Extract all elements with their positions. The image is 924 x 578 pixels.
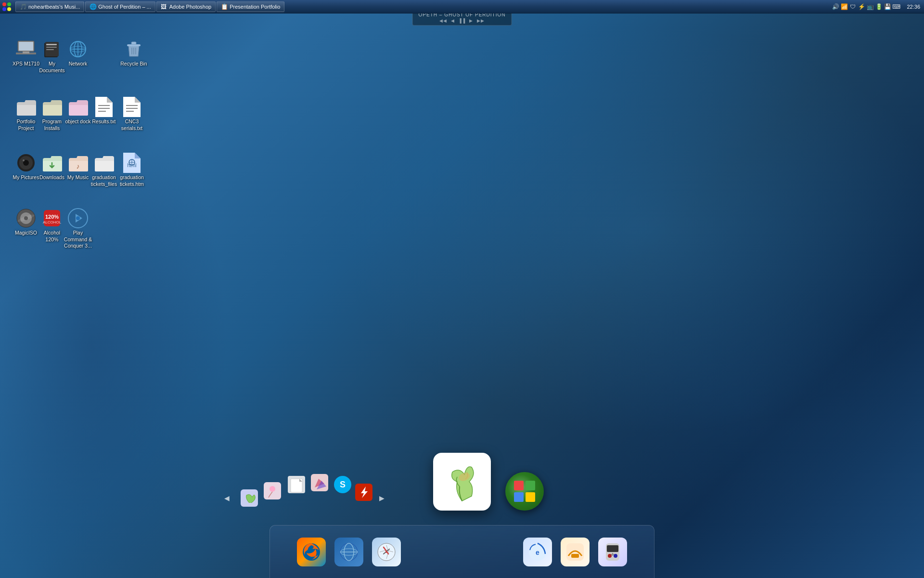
svg-rect-11 bbox=[46, 47, 57, 48]
network-icon bbox=[68, 39, 88, 59]
svg-point-88 bbox=[608, 554, 612, 558]
svg-rect-5 bbox=[19, 42, 33, 51]
svg-marker-27 bbox=[107, 97, 113, 103]
dock-floating-flash[interactable] bbox=[355, 484, 372, 501]
graduation-files-icon bbox=[94, 153, 114, 173]
svg-point-1 bbox=[7, 2, 11, 6]
prev-prev-button[interactable]: ◀◀ bbox=[439, 18, 447, 23]
taskbar-item-ghost-perdition[interactable]: 🌐Ghost of Perdition – ... bbox=[85, 1, 155, 12]
xps-m1710-icon bbox=[16, 39, 36, 59]
dock-app-ie[interactable]: e bbox=[521, 535, 554, 569]
portfolio-icon bbox=[16, 97, 36, 117]
dock-app-safari[interactable] bbox=[370, 535, 403, 569]
dock-app-gameboy[interactable] bbox=[596, 535, 629, 569]
my-pictures-icon bbox=[16, 153, 36, 173]
svg-rect-73 bbox=[526, 492, 535, 502]
program-installs-icon bbox=[42, 97, 62, 117]
svg-rect-18 bbox=[127, 44, 141, 46]
downloads-icon bbox=[42, 153, 62, 173]
taskbar-item-label-noheartbeats: noheartbeats's Musi... bbox=[28, 4, 80, 10]
desktop-icon-network[interactable]: Network bbox=[61, 37, 95, 69]
results-txt-label: Results.txt bbox=[92, 118, 116, 125]
svg-text:ALCOHOL: ALCOHOL bbox=[43, 220, 62, 224]
tray-icon-5[interactable]: 📺 bbox=[866, 3, 874, 11]
svg-point-2 bbox=[2, 7, 6, 11]
windows-start-large[interactable] bbox=[505, 472, 544, 511]
svg-point-89 bbox=[614, 554, 617, 558]
recycle-bin-icon bbox=[124, 39, 144, 59]
svg-point-58 bbox=[76, 216, 80, 220]
svg-rect-23 bbox=[17, 105, 36, 116]
dock-floating-3[interactable] bbox=[288, 476, 305, 493]
graduation-htm-label: graduation tickets.htm bbox=[116, 174, 147, 187]
svg-rect-10 bbox=[46, 44, 57, 45]
svg-point-0 bbox=[2, 2, 6, 6]
dock-scroll-left[interactable]: ◀ bbox=[224, 494, 230, 502]
taskbar-item-noheartbeats[interactable]: 🎵noheartbeats's Musi... bbox=[15, 1, 84, 12]
desktop-icon-play-cnc3[interactable]: Play Command & Conquer 3... bbox=[61, 206, 95, 251]
pause-button[interactable]: ▐▐ bbox=[459, 18, 466, 23]
dock-app-wengo[interactable] bbox=[558, 535, 592, 569]
my-documents-icon bbox=[42, 39, 62, 59]
tray-icon-4[interactable]: ⚡ bbox=[858, 3, 865, 11]
cnc3-serials-icon bbox=[122, 97, 142, 117]
svg-point-81 bbox=[385, 551, 387, 553]
dock-floating-2[interactable] bbox=[264, 482, 281, 499]
taskbar-item-icon-noheartbeats: 🎵 bbox=[20, 3, 26, 10]
tray-icon-2[interactable]: 📶 bbox=[840, 3, 848, 11]
recycle-bin-label: Recycle Bin bbox=[120, 61, 147, 67]
center-large-icon[interactable] bbox=[433, 453, 491, 511]
taskbar-item-photoshop[interactable]: 🖼Adobe Photoshop bbox=[156, 1, 216, 12]
svg-point-61 bbox=[270, 486, 275, 492]
dock-floating-4[interactable] bbox=[311, 474, 328, 491]
taskbar-item-icon-ghost-perdition: 🌐 bbox=[90, 3, 96, 10]
desktop-icon-graduation-htm[interactable]: html graduation tickets.htm bbox=[115, 151, 149, 189]
magiciso-label: MagicISO bbox=[15, 230, 37, 236]
desktop-icon-cnc3-serials[interactable]: CNC3 serials.txt bbox=[115, 95, 149, 133]
tray-icon-3[interactable]: 🛡 bbox=[849, 3, 857, 11]
dock-app-firefox[interactable] bbox=[295, 535, 328, 569]
taskbar-item-presentation[interactable]: 📋Presentation Portfolio bbox=[217, 1, 284, 12]
prev-button[interactable]: ◀ bbox=[451, 18, 455, 23]
desktop-icon-recycle-bin[interactable]: Recycle Bin bbox=[116, 37, 151, 69]
svg-text:S: S bbox=[340, 480, 346, 489]
magiciso-icon bbox=[16, 208, 36, 228]
tray-icon-7[interactable]: 💾 bbox=[884, 3, 891, 11]
svg-rect-7 bbox=[23, 52, 29, 53]
svg-rect-70 bbox=[514, 481, 524, 490]
dock-app-globe[interactable] bbox=[332, 535, 366, 569]
play-button[interactable]: ▶ bbox=[469, 18, 473, 23]
network-label: Network bbox=[69, 61, 88, 67]
svg-rect-87 bbox=[607, 545, 618, 552]
my-music-label: My Music bbox=[67, 174, 89, 181]
svg-text:e: e bbox=[536, 549, 539, 556]
next-button[interactable]: ▶▶ bbox=[477, 18, 485, 23]
taskbar-item-label-presentation: Presentation Portfolio bbox=[230, 4, 280, 10]
start-button[interactable] bbox=[0, 0, 13, 13]
svg-text:120%: 120% bbox=[45, 214, 59, 220]
tray-icon-8[interactable]: ⌨ bbox=[892, 3, 900, 11]
svg-rect-12 bbox=[46, 49, 54, 50]
taskbar-item-icon-photoshop: 🖼 bbox=[161, 3, 167, 10]
dock-floating-1[interactable] bbox=[241, 489, 258, 507]
svg-rect-19 bbox=[131, 42, 136, 44]
tray-icon-1[interactable]: 🔊 bbox=[832, 3, 839, 11]
svg-rect-24 bbox=[43, 105, 62, 116]
svg-rect-84 bbox=[566, 543, 584, 561]
floating-dock-area: S ◀ ▶ bbox=[212, 468, 414, 507]
svg-rect-72 bbox=[514, 492, 524, 502]
taskbar-item-label-ghost-perdition: Ghost of Perdition – ... bbox=[98, 4, 151, 10]
svg-marker-26 bbox=[95, 97, 113, 117]
tray-icon-6[interactable]: 🔋 bbox=[875, 3, 883, 11]
cnc3-serials-label: CNC3 serials.txt bbox=[116, 118, 147, 131]
dock-floating-skype[interactable]: S bbox=[334, 476, 351, 493]
svg-rect-71 bbox=[526, 481, 535, 490]
svg-point-39 bbox=[23, 159, 25, 161]
dock-scroll-right[interactable]: ▶ bbox=[379, 494, 385, 502]
play-cnc3-label: Play Command & Conquer 3... bbox=[63, 230, 93, 250]
svg-rect-25 bbox=[69, 105, 88, 116]
svg-marker-32 bbox=[135, 97, 141, 103]
svg-rect-85 bbox=[571, 554, 579, 558]
svg-text:♪: ♪ bbox=[77, 162, 80, 170]
bottom-dock: e bbox=[270, 525, 654, 578]
